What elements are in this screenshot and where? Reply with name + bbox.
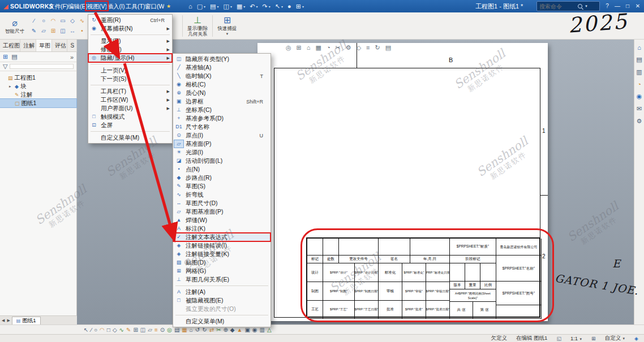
titlebar-tool-icon[interactable]: ▢ [195,0,207,12]
grid-toggle-icon[interactable]: ⊞ [591,336,596,341]
titlebar-tool-icon[interactable]: ↷ [261,0,272,12]
search-caret-icon[interactable]: ▼ [585,5,588,8]
submenu-item[interactable]: ◈ 注解链接错误(I) ▶ [173,241,271,250]
menu-item[interactable]: ⊡ 全屏 ▶ [88,121,172,129]
commandmanager-tab[interactable]: 注解 [20,40,36,51]
task-pane-icon[interactable]: ▥ [636,68,642,76]
feature-tree-item[interactable]: ▸ ◆ 块 [0,82,76,90]
sketch-entity-icon[interactable]: • [78,26,87,36]
menubar-item[interactable]: 工具(T) [126,0,145,12]
help-icon[interactable]: ? [602,0,612,12]
commandmanager-tab[interactable]: 工程图 [0,40,20,51]
bottom-tool-icon[interactable]: ▤ [174,327,179,333]
submenu-item[interactable]: ▶ [175,313,268,315]
submenu-item[interactable]: ╱ 基准轴(A) ▶ [173,63,271,72]
menu-item[interactable]: 下一页(S) ▶ [88,75,172,83]
submenu-item[interactable]: ▶ [175,284,268,286]
titlebar-tool-icon[interactable]: ◫ [222,0,234,12]
task-pane-icon[interactable]: ⚙ [637,118,642,125]
menu-item[interactable]: ▶ [91,33,170,35]
task-pane-icon[interactable]: ◉ [637,93,642,100]
titlebar-tool-icon[interactable]: ⊞ [294,0,306,12]
fit-sheet-icon[interactable]: ◱ [556,336,561,341]
commandmanager-tab[interactable]: 评估 [52,40,68,51]
view-tool-icon[interactable]: ◇ [357,44,361,51]
submenu-item[interactable]: ✎ 草图(S) ▶ [173,182,271,191]
submenu-item[interactable]: 自定义菜单(M) ▶ [173,317,271,326]
submenu-item[interactable]: ∿ 折弯线 ▶ [173,191,271,199]
bottom-tool-icon[interactable]: ▲ [237,327,243,333]
submenu-item[interactable]: ◫ 隐藏所有类型(Y) ▶ [173,55,271,63]
submenu-item[interactable]: ╲ 临时轴(X) T ▶ [173,72,271,80]
submenu-item[interactable]: D1 尺寸名称 ▶ [173,123,271,131]
bottom-tool-icon[interactable]: ⌂ [190,327,193,333]
menubar-item[interactable]: 插入(I) [106,0,126,12]
sketch-entity-icon[interactable]: ▱ [39,26,48,36]
menu-item[interactable]: ▶ [91,62,170,64]
menu-item[interactable]: 工具栏(T) ▶ [88,87,172,96]
submenu-item[interactable]: ◈ 注解链接变量(K) ▶ [173,250,271,258]
task-pane-icon[interactable]: ✉ [637,105,642,112]
submenu-item[interactable]: ✓ 注解文本表达式 ▶ [173,233,271,241]
task-pane-icon[interactable]: ⌂ [637,44,641,51]
view-tool-icon[interactable]: ≡ [366,44,370,51]
bottom-tool-icon[interactable]: ◉ [252,327,257,333]
bottom-tool-icon[interactable]: ⊙ [160,327,165,333]
bottom-tool-icon[interactable]: ◫ [140,327,145,333]
bottom-tool-icon[interactable]: ◠ [100,327,105,333]
titlebar-tool-icon[interactable]: ● [286,0,293,12]
tree-expand-icon[interactable]: ▸ [9,84,13,89]
bottom-tool-icon[interactable]: ◎ [167,327,172,333]
sketch-entity-icon[interactable]: ⊞ [49,26,58,36]
commandmanager-tab[interactable]: S [67,40,77,51]
quick-snaps-button[interactable]: ⊞ 快速捕捉 ▼ [214,15,239,37]
submenu-item[interactable]: ▨ 贴图(D) ▶ [173,258,271,267]
submenu-item[interactable]: ↔ 草图尺寸(D) ▶ [173,199,271,207]
minimize-button[interactable]: — [612,0,622,12]
submenu-item[interactable]: ▱ 基准面(P) ▶ [173,140,271,148]
sketch-entity-icon[interactable]: ◠ [49,16,58,25]
submenu-item[interactable]: ⊥ 草图几何关系(E) ▶ [173,275,271,284]
view-tool-icon[interactable]: ◎ [286,44,291,51]
bottom-tool-icon[interactable]: △ [267,327,272,333]
panel-tab-icon[interactable]: ▤ [11,53,17,60]
search-input[interactable] [539,3,576,10]
bottom-tool-icon[interactable]: ▱ [148,327,152,333]
submenu-item[interactable]: • 点(N) ▶ [173,165,271,174]
bottom-tool-icon[interactable]: ✂ [216,327,221,333]
menu-item[interactable]: 修改(M) ▶ [88,45,172,54]
menubar-item[interactable]: 视图(V) [87,0,106,12]
menu-item[interactable]: ▶ [91,129,170,132]
sheet-tab-forward-icon[interactable]: ▶ [6,318,10,323]
menu-item[interactable]: ↻ 重画(R) Ctrl+R ▶ [88,16,172,24]
menubar-item[interactable]: 文件(F) [49,0,68,12]
submenu-item[interactable]: ⊙ 原点(I) U ▶ [173,131,271,140]
submenu-item[interactable]: ⊥ 坐标系(C) ▶ [173,106,271,114]
sketch-entity-icon[interactable]: ◇ [68,16,77,25]
submenu-item[interactable]: ⊕ 质心(N) ▶ [173,89,271,97]
panel-collapse-icon[interactable]: » [70,54,74,60]
bottom-tool-icon[interactable]: ○ [94,327,97,333]
bottom-tool-icon[interactable]: ≡ [154,327,158,333]
sketch-entity-icon[interactable]: ∕ [29,16,38,25]
bottom-tool-icon[interactable]: ◆ [230,327,235,333]
task-pane-icon[interactable]: ▤ [636,56,642,63]
bottom-tool-icon[interactable]: ↺ [195,327,200,333]
menu-item[interactable]: 用户界面(U) ▶ [88,104,172,112]
tag-icon[interactable]: ◈ [634,336,638,341]
view-tool-icon[interactable]: ↻ [375,44,380,51]
bottom-tool-icon[interactable]: ∕ [91,327,92,333]
titlebar-tool-icon[interactable]: ↶ [248,0,259,12]
submenu-item[interactable]: ☀ 光源(I) ▶ [173,148,271,157]
submenu-item[interactable]: ▲ 焊缝(W) ▶ [173,216,271,224]
feature-tree-item[interactable]: ▢ 图纸1 [0,99,76,107]
commandmanager-tab[interactable]: 草图 [36,40,52,51]
submenu-item[interactable]: ▣ 边界框 Shift+R ▶ [173,97,271,106]
menubar-item[interactable]: 编辑(E) [68,0,87,12]
titlebar-tool-icon[interactable]: ↖ [273,0,285,12]
sketch-entity-icon[interactable]: ○ [39,16,48,25]
display-delete-relations-button[interactable]: ⊥ 显示/删除 几何关系 [184,15,211,37]
title-block[interactable]: 标记 处数 更改文件号 签名 年,月,日 设计 $PRP:"设计" $PRP:"… [306,237,540,318]
view-tool-icon[interactable]: ▤ [385,44,391,51]
command-search[interactable]: ▼ [536,1,600,11]
